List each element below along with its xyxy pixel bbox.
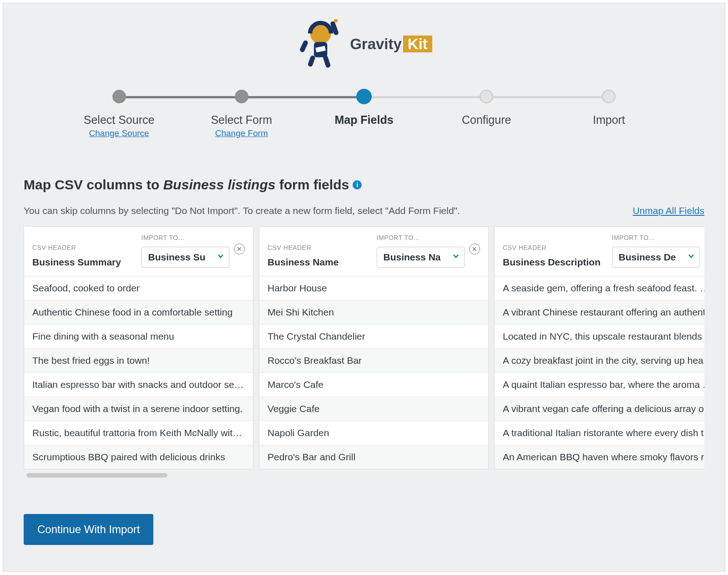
step-select-source: Select Source Change Source bbox=[58, 90, 180, 138]
data-row: Pedro's Bar and Grill bbox=[259, 445, 488, 469]
import-to-block: IMPORT TO…Business Na✕ bbox=[377, 234, 480, 268]
astronaut-icon bbox=[296, 19, 344, 69]
data-row: Located in NYC, this upscale restaurant … bbox=[495, 325, 704, 349]
brand-text: GravityKit bbox=[350, 36, 432, 53]
change-form-link[interactable]: Change Form bbox=[215, 128, 268, 138]
data-row: Vegan food with a twist in a serene indo… bbox=[24, 397, 253, 421]
csv-header-value: Business Description bbox=[503, 257, 607, 268]
data-row: A vibrant Chinese restaurant offering an… bbox=[495, 300, 704, 325]
clear-mapping-button[interactable]: ✕ bbox=[469, 244, 480, 254]
data-row: Marco's Cafe bbox=[259, 373, 488, 397]
unmap-all-link[interactable]: Unmap All Fields bbox=[632, 205, 704, 216]
step-label: Map Fields bbox=[334, 113, 393, 127]
data-row: Seafood, cooked to order bbox=[24, 276, 253, 300]
data-row: Scrumptious BBQ paired with delicious dr… bbox=[24, 445, 253, 469]
data-row: The best fried eggs in town! bbox=[24, 349, 253, 373]
import-to-block: IMPORT TO…Business De✕ bbox=[612, 234, 705, 268]
csv-header-block: CSV HEADERBusiness Description bbox=[503, 244, 607, 268]
csv-header-value: Business Summary bbox=[32, 257, 136, 268]
import-to-label: IMPORT TO… bbox=[142, 234, 230, 241]
step-configure: Configure bbox=[425, 90, 548, 127]
csv-header-label: CSV HEADER bbox=[503, 244, 607, 251]
step-label: Import bbox=[593, 113, 625, 127]
logo-area: GravityKit bbox=[24, 19, 704, 69]
wizard-stepper: Select Source Change Source Select Form … bbox=[58, 90, 670, 138]
mapping-grid: CSV HEADERBusiness SummaryIMPORT TO…Busi… bbox=[24, 226, 704, 478]
svg-rect-5 bbox=[308, 55, 316, 67]
title-post: form fields bbox=[275, 177, 349, 192]
clear-mapping-button[interactable]: ✕ bbox=[234, 244, 245, 254]
step-map-fields: Map Fields bbox=[303, 90, 425, 127]
step-label: Select Source bbox=[84, 113, 155, 127]
csv-header-block: CSV HEADERBusiness Summary bbox=[32, 244, 136, 268]
data-row: Rocco's Breakfast Bar bbox=[259, 349, 488, 373]
brand-kit: Kit bbox=[403, 36, 432, 52]
data-row: Veggie Cafe bbox=[259, 397, 488, 421]
data-row: Mei Shi Kitchen bbox=[259, 300, 488, 325]
column-header: CSV HEADERBusiness SummaryIMPORT TO…Busi… bbox=[24, 227, 253, 276]
import-to-label: IMPORT TO… bbox=[377, 234, 465, 241]
field-select-value: Business Su bbox=[148, 252, 206, 262]
field-select-value: Business Na bbox=[384, 252, 441, 262]
instructions-text: You can skip columns by selecting "Do No… bbox=[24, 205, 460, 216]
data-row: Fine dining with a seasonal menu bbox=[24, 325, 253, 349]
horizontal-scrollbar-thumb[interactable] bbox=[26, 473, 167, 478]
step-label: Select Form bbox=[211, 113, 272, 127]
title-form-name: Business listings bbox=[163, 177, 276, 192]
field-select[interactable]: Business Su bbox=[142, 247, 230, 268]
csv-header-label: CSV HEADER bbox=[32, 244, 136, 251]
change-source-link[interactable]: Change Source bbox=[89, 128, 149, 138]
data-row: A traditional Italian ristorante where e… bbox=[495, 421, 704, 445]
step-dot-icon bbox=[602, 90, 616, 103]
field-select-value: Business De bbox=[619, 252, 676, 262]
data-row: A seaside gem, offering a fresh seafood … bbox=[495, 276, 704, 300]
step-dot-icon bbox=[235, 90, 248, 103]
svg-rect-6 bbox=[323, 55, 331, 68]
csv-header-value: Business Name bbox=[268, 257, 371, 268]
data-row: Authentic Chinese food in a comfortable … bbox=[24, 300, 253, 325]
data-row: Rustic, beautiful trattoria from Keith M… bbox=[24, 421, 253, 445]
svg-point-7 bbox=[334, 19, 338, 22]
mapping-column: CSV HEADERBusiness DescriptionIMPORT TO…… bbox=[494, 226, 704, 469]
field-select[interactable]: Business Na bbox=[377, 247, 465, 268]
svg-rect-3 bbox=[299, 40, 309, 53]
import-to-block: IMPORT TO…Business Su✕ bbox=[142, 234, 245, 268]
mapping-column: CSV HEADERBusiness SummaryIMPORT TO…Busi… bbox=[24, 226, 253, 469]
title-pre: Map CSV columns to bbox=[24, 177, 163, 192]
data-row: Napoli Garden bbox=[259, 421, 488, 445]
csv-header-block: CSV HEADERBusiness Name bbox=[268, 244, 371, 268]
subhead-row: You can skip columns by selecting "Do No… bbox=[24, 205, 704, 216]
data-row: Harbor House bbox=[259, 276, 488, 300]
step-dot-icon bbox=[112, 90, 126, 103]
gravitykit-logo: GravityKit bbox=[296, 19, 432, 69]
step-label: Configure bbox=[462, 113, 511, 127]
import-wizard-frame: GravityKit Select Source Change Source S… bbox=[3, 3, 725, 572]
page-title: Map CSV columns to Business listings for… bbox=[24, 177, 704, 193]
data-row: Italian espresso bar with snacks and out… bbox=[24, 373, 253, 397]
data-row: A quaint Italian espresso bar, where the… bbox=[495, 373, 704, 397]
csv-header-label: CSV HEADER bbox=[268, 244, 371, 251]
data-row: A cozy breakfast joint in the city, serv… bbox=[495, 349, 704, 373]
column-header: CSV HEADERBusiness DescriptionIMPORT TO…… bbox=[495, 227, 704, 276]
step-dot-icon bbox=[480, 90, 493, 103]
field-select[interactable]: Business De bbox=[612, 247, 700, 268]
step-select-form: Select Form Change Form bbox=[180, 90, 303, 138]
step-dot-icon bbox=[356, 89, 372, 104]
data-row: A vibrant vegan cafe offering a deliciou… bbox=[495, 397, 704, 421]
brand-gravity: Gravity bbox=[350, 36, 402, 52]
info-icon[interactable]: i bbox=[353, 180, 362, 189]
step-import: Import bbox=[548, 90, 670, 127]
chevron-down-icon bbox=[688, 253, 695, 262]
data-row: An American BBQ haven where smoky flavor… bbox=[495, 445, 704, 469]
chevron-down-icon bbox=[452, 253, 460, 262]
mapping-column: CSV HEADERBusiness NameIMPORT TO…Busines… bbox=[259, 226, 489, 469]
import-to-label: IMPORT TO… bbox=[612, 234, 700, 241]
continue-button[interactable]: Continue With Import bbox=[24, 514, 153, 545]
chevron-down-icon bbox=[217, 253, 224, 262]
column-header: CSV HEADERBusiness NameIMPORT TO…Busines… bbox=[259, 227, 488, 276]
data-row: The Crystal Chandelier bbox=[259, 325, 488, 349]
